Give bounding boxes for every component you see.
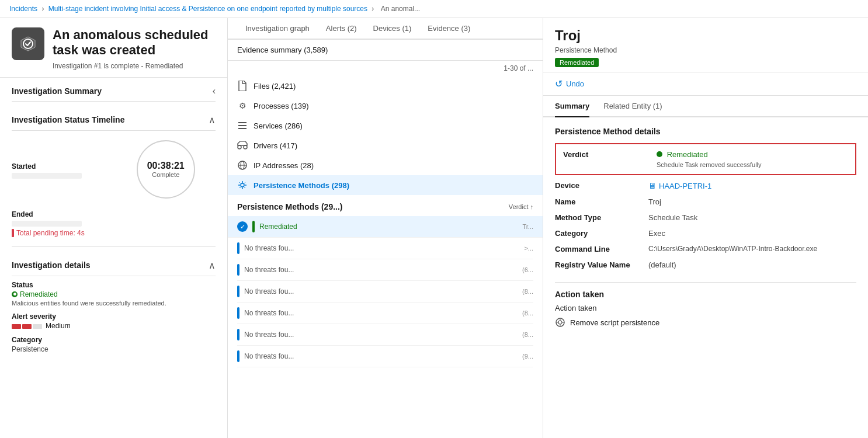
details-collapse-icon[interactable]: ∧ [209, 260, 216, 271]
app-container: Incidents › Multi-stage incident involvi… [0, 0, 868, 438]
category-value: Persistence [12, 345, 216, 353]
persistence-row-4[interactable]: No threats fou... (8... [237, 281, 533, 303]
evidence-ip-label: IP Addresses (28) [254, 161, 314, 170]
verdict-no-threats-2: No threats fou... [244, 244, 294, 252]
breadcrumb-sep1: › [41, 5, 46, 13]
investigation-details-header: Investigation details ∧ [12, 252, 216, 276]
detail-table: Device 🖥 HAAD-PETRI-1 Name Troj [555, 178, 856, 273]
timeline-collapse-icon[interactable]: ∧ [209, 114, 216, 126]
status-dot [12, 291, 18, 297]
incident-subtitle: Investigation #1 is complete - Remediate… [53, 62, 216, 70]
right-header: Troj Persistence Method Remediated [543, 18, 868, 72]
method-type-value: Schedule Task [648, 210, 856, 225]
middle-tabs-row: Investigation graph Alerts (2) Devices (… [228, 18, 543, 40]
pending-time: Total pending time: 4s [12, 229, 216, 237]
verdict-bar-5 [237, 307, 239, 319]
ip-icon [237, 160, 248, 171]
svg-point-11 [558, 321, 562, 324]
evidence-item-drivers[interactable]: Drivers (417) [228, 135, 543, 155]
verdict-key: Verdict [563, 150, 657, 159]
status-timeline-section: Investigation Status Timeline ∧ Started … [12, 106, 216, 237]
remediated-badge: Remediated [555, 58, 599, 67]
breadcrumb: Incidents › Multi-stage incident involvi… [0, 0, 868, 18]
pending-bar-icon [12, 229, 14, 237]
row-count-5: (8... [522, 310, 533, 317]
row-count-2: >... [524, 245, 533, 252]
verdict-bar-7 [237, 350, 239, 362]
verdict-no-threats-5: No threats fou... [244, 309, 294, 317]
right-persistence-label: Persistence Method [555, 46, 856, 54]
category-label-right: Category [555, 225, 648, 241]
collapse-icon[interactable]: ‹ [213, 86, 216, 96]
incident-header: An anomalous scheduled task was created … [0, 18, 227, 78]
verdict-sub: Schedule Task removed successfully [657, 161, 762, 168]
tab-evidence[interactable]: Evidence (3) [419, 18, 478, 40]
persistence-row-6[interactable]: No threats fou... (8... [237, 324, 533, 346]
svg-rect-1 [238, 122, 246, 123]
persistence-row-2[interactable]: No threats fou... >... [237, 238, 533, 259]
row-count-4: (8... [522, 288, 533, 295]
main-content: An anomalous scheduled task was created … [0, 18, 868, 438]
svg-point-5 [244, 145, 247, 149]
breadcrumb-sep2: › [371, 5, 376, 13]
category-label: Category [12, 336, 216, 344]
svg-point-4 [238, 145, 241, 149]
evidence-item-ip[interactable]: IP Addresses (28) [228, 155, 543, 175]
timer-time: 00:38:21 [147, 161, 185, 171]
verdict-no-threats-4: No threats fou... [244, 287, 294, 296]
evidence-summary-label: Evidence summary (3,589) [237, 46, 328, 54]
undo-icon: ↺ [555, 78, 563, 89]
investigation-summary-label: Investigation Summary [12, 86, 102, 96]
persistence-row-7[interactable]: No threats fou... (9... [237, 346, 533, 367]
right-tab-summary[interactable]: Summary [555, 96, 589, 117]
middle-panel: Investigation graph Alerts (2) Devices (… [228, 18, 543, 438]
evidence-persistence-label: Persistence Methods (298) [254, 181, 349, 190]
started-value [12, 173, 82, 179]
persistence-row-5[interactable]: No threats fou... (8... [237, 303, 533, 324]
investigation-details-label: Investigation details [12, 260, 91, 270]
ended-value [12, 221, 82, 227]
sev-bar-1 [12, 324, 21, 329]
evidence-drivers-label: Drivers (417) [254, 141, 297, 150]
command-line-row: Command Line C:\Users\GradyA\Desktop\Win… [555, 241, 856, 257]
monitor-icon: 🖥 [648, 181, 657, 190]
service-icon [237, 120, 248, 131]
investigation-summary-header: Investigation Summary ‹ [12, 78, 216, 102]
pagination: 1-30 of ... [228, 61, 543, 76]
sort-verdict[interactable]: Verdict ↑ [509, 203, 533, 210]
verdict-no-threats-7: No threats fou... [244, 352, 294, 360]
persistence-row-1[interactable]: Remediated Tr... [228, 216, 543, 238]
tab-devices[interactable]: Devices (1) [365, 18, 420, 40]
tab-investigation-graph[interactable]: Investigation graph [237, 18, 318, 40]
divider [555, 282, 856, 283]
check-circle-icon [237, 221, 248, 232]
persistence-table: Persistence Methods (29...) Verdict ↑ Re… [228, 195, 543, 367]
persistence-row-3[interactable]: No threats fou... (6... [237, 259, 533, 281]
action-item: Remove script persistence [555, 317, 856, 328]
breadcrumb-incidents[interactable]: Incidents [9, 5, 37, 13]
right-tab-related-entity[interactable]: Related Entity (1) [603, 96, 662, 117]
name-label: Name [555, 194, 648, 210]
row-count-1: Tr... [522, 223, 533, 230]
severity-label: Alert severity [12, 312, 216, 321]
evidence-list: Files (2,421) ⚙ Processes (139) Services… [228, 76, 543, 195]
left-panel: An anomalous scheduled task was created … [0, 18, 228, 438]
evidence-files-label: Files (2,421) [254, 82, 296, 91]
undo-row[interactable]: ↺ Undo [543, 72, 868, 96]
breadcrumb-incident-main[interactable]: Multi-stage incident involving Initial a… [48, 5, 367, 13]
category-value-right: Exec [648, 225, 856, 241]
evidence-item-services[interactable]: Services (286) [228, 116, 543, 135]
investigation-details-section: Investigation details ∧ Status Remediate… [12, 252, 216, 353]
device-link[interactable]: 🖥 HAAD-PETRI-1 [648, 181, 856, 190]
row-count-3: (6... [522, 266, 533, 273]
tab-alerts[interactable]: Alerts (2) [318, 18, 365, 40]
evidence-item-files[interactable]: Files (2,421) [228, 76, 543, 96]
row-count-7: (9... [522, 353, 533, 360]
timeline-grid: Started 00:38:21 Complete Ended [12, 135, 216, 227]
verdict-remediated-text: Remediated [259, 223, 297, 231]
status-timeline-label: Investigation Status Timeline [12, 115, 124, 124]
verdict-highlight-box: Verdict Remediated Schedule Task removed… [555, 143, 856, 175]
evidence-item-persistence[interactable]: Persistence Methods (298) [228, 175, 543, 195]
evidence-item-processes[interactable]: ⚙ Processes (139) [228, 96, 543, 116]
timer-area: 00:38:21 Complete [116, 135, 216, 203]
